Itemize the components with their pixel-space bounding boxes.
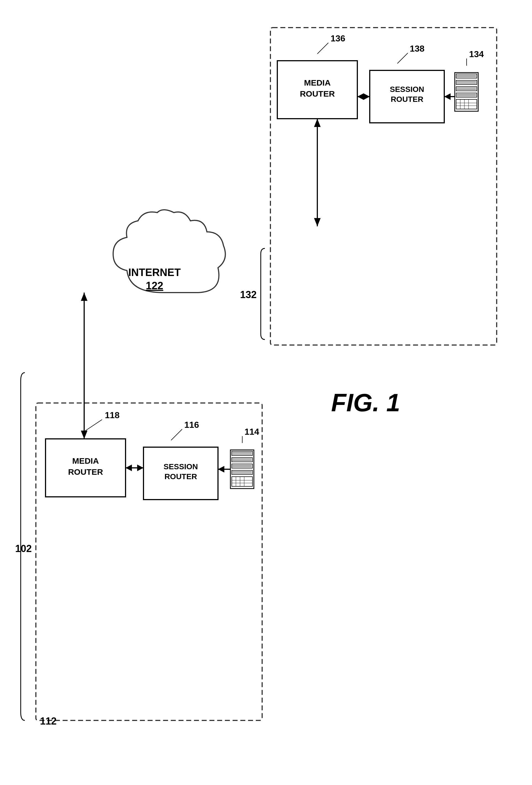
svg-marker-62: [81, 431, 87, 439]
svg-text:MEDIA: MEDIA: [304, 78, 331, 87]
svg-text:138: 138: [410, 44, 424, 54]
svg-rect-44: [456, 80, 477, 84]
svg-text:122: 122: [146, 280, 163, 292]
svg-rect-50: [456, 93, 477, 97]
svg-text:MEDIA: MEDIA: [72, 456, 99, 465]
svg-rect-53: [456, 99, 477, 109]
svg-rect-0: [36, 403, 262, 720]
svg-text:102: 102: [15, 543, 32, 554]
svg-text:SESSION: SESSION: [390, 85, 424, 94]
svg-text:118: 118: [105, 410, 120, 420]
svg-rect-12: [230, 450, 254, 488]
svg-marker-67: [126, 464, 132, 471]
svg-text:INTERNET: INTERNET: [128, 267, 181, 278]
svg-text:ROUTER: ROUTER: [164, 472, 197, 481]
svg-rect-40: [455, 73, 478, 111]
svg-rect-1: [271, 28, 497, 345]
svg-text:116: 116: [184, 420, 199, 430]
svg-rect-13: [232, 451, 252, 455]
diagram-svg: INTERNET 122 MEDIA ROUTER 118 SESSION RO…: [0, 0, 532, 785]
svg-rect-36: [370, 70, 444, 123]
diagram-container: INTERNET 122 MEDIA ROUTER 118 SESSION RO…: [0, 0, 532, 785]
svg-marker-70: [218, 466, 224, 473]
svg-text:114: 114: [245, 427, 259, 437]
svg-text:134: 134: [469, 49, 484, 59]
svg-rect-47: [456, 87, 477, 91]
svg-rect-41: [456, 74, 477, 78]
svg-marker-61: [81, 293, 87, 301]
svg-rect-25: [232, 477, 252, 486]
svg-text:ROUTER: ROUTER: [391, 95, 423, 103]
svg-rect-16: [232, 458, 252, 462]
svg-text:FIG. 1: FIG. 1: [331, 389, 400, 416]
svg-text:ROUTER: ROUTER: [300, 89, 335, 98]
svg-marker-64: [314, 119, 321, 127]
svg-marker-65: [314, 218, 321, 226]
svg-rect-19: [232, 464, 252, 468]
svg-text:136: 136: [331, 33, 345, 43]
svg-marker-68: [137, 464, 144, 471]
svg-rect-22: [232, 470, 252, 475]
svg-rect-8: [144, 447, 218, 500]
svg-text:SESSION: SESSION: [163, 462, 198, 471]
svg-text:ROUTER: ROUTER: [68, 467, 103, 476]
svg-marker-72: [357, 93, 364, 100]
svg-rect-32: [277, 61, 357, 119]
svg-marker-75: [444, 93, 451, 100]
svg-text:132: 132: [240, 289, 257, 300]
svg-rect-4: [46, 439, 126, 497]
svg-text:112: 112: [40, 715, 56, 727]
svg-marker-73: [363, 93, 370, 100]
